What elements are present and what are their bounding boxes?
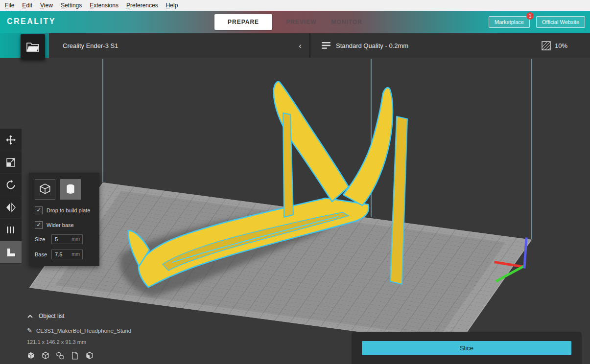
open-file-button[interactable] [21, 34, 45, 60]
cylinder-icon [64, 183, 77, 196]
support-shape-cube[interactable] [35, 179, 55, 200]
model-right-blade [343, 88, 393, 205]
tool-mirror[interactable] [0, 196, 22, 219]
menu-file[interactable]: File [1, 1, 18, 10]
support-shape-options [35, 179, 94, 200]
size-input[interactable] [51, 234, 83, 244]
viewport-3d[interactable]: ✓ Drop to build plate ✓ Wider base Size … [0, 58, 590, 364]
collapse-chevron-icon[interactable]: ‹ [299, 42, 302, 50]
tool-rotate[interactable] [0, 174, 22, 196]
wider-base-checkbox[interactable]: ✓ [35, 221, 43, 229]
object-list-toggle[interactable]: Object list [27, 313, 131, 319]
axis-z [524, 239, 526, 267]
drop-to-build-plate-label: Drop to build plate [47, 207, 90, 213]
stage-tabs: PREPARE PREVIEW MONITOR [214, 11, 363, 33]
model-right-leg [390, 116, 407, 284]
size-label: Size [35, 236, 48, 242]
slice-panel: Slice [352, 332, 582, 364]
cube-outline-icon[interactable] [42, 352, 49, 360]
wider-base-label: Wider base [47, 222, 74, 228]
menu-preferences[interactable]: Preferences [122, 1, 162, 10]
mirror-icon [5, 202, 16, 213]
custom-supports-icon [5, 247, 16, 258]
menu-extensions[interactable]: Extensions [86, 1, 122, 10]
cube-solid-icon[interactable] [27, 352, 35, 360]
tool-custom-supports[interactable] [0, 241, 22, 264]
printer-name: Creality Ender-3 S1 [63, 42, 299, 49]
menu-view[interactable]: View [36, 1, 57, 10]
infill-icon [542, 41, 551, 50]
support-shape-cylinder[interactable] [60, 179, 81, 200]
axis-y [497, 267, 523, 281]
menu-settings[interactable]: Settings [57, 1, 86, 10]
axis-indicator [496, 239, 526, 281]
notification-badge: 1 [526, 12, 534, 20]
quality-profile-icon [321, 42, 331, 49]
model-name: CE3S1_MakerBot_Headphone_Stand [36, 328, 131, 334]
object-list: Object list ✎ CE3S1_MakerBot_Headphone_S… [27, 313, 131, 360]
scale-icon [5, 157, 16, 168]
object-list-label: Object list [39, 313, 65, 319]
tool-toolbar [0, 129, 22, 264]
print-settings-selector[interactable]: Standard Quality - 0.2mm 10% [310, 33, 590, 58]
cube-face-icon[interactable] [86, 352, 94, 360]
custom-supports-panel: ✓ Drop to build plate ✓ Wider base Size … [29, 173, 99, 266]
creality-slicer-window: File Edit View Settings Extensions Prefe… [0, 0, 590, 364]
menu-edit[interactable]: Edit [18, 1, 36, 10]
edit-name-icon[interactable]: ✎ [27, 327, 32, 334]
rotate-icon [5, 180, 16, 190]
tab-prepare[interactable]: PREPARE [214, 14, 272, 30]
app-header: CREALITY PREPARE PREVIEW MONITOR Marketp… [0, 11, 590, 33]
slice-button[interactable]: Slice [362, 341, 571, 355]
base-label: Base [35, 251, 48, 257]
per-model-settings-icon [5, 225, 16, 235]
chevron-up-icon [27, 314, 33, 318]
infill-indicator[interactable]: 10% [542, 41, 567, 50]
header-actions: Marketplace 1 Official Website [489, 11, 585, 33]
move-icon [5, 135, 16, 145]
creality-logo: CREALITY [7, 17, 56, 26]
menu-bar: File Edit View Settings Extensions Prefe… [0, 0, 590, 11]
marketplace-button[interactable]: Marketplace [489, 16, 530, 28]
printer-selector[interactable]: Creality Ender-3 S1 ‹ [49, 33, 309, 58]
model-base-arm [139, 198, 369, 287]
model-headphone-stand[interactable] [128, 82, 407, 287]
model-dimensions: 121.1 x 146.2 x 91.3 mm [27, 339, 131, 345]
view-mode-icons [27, 352, 131, 360]
tab-monitor[interactable]: MONITOR [330, 17, 363, 27]
tab-preview[interactable]: PREVIEW [285, 17, 317, 27]
folder-icon [26, 42, 39, 52]
cube-icon [39, 183, 51, 196]
cube-pair-icon[interactable] [56, 352, 64, 360]
base-input[interactable] [51, 250, 83, 259]
tool-move[interactable] [0, 129, 22, 151]
menu-help[interactable]: Help [162, 1, 182, 10]
infill-value: 10% [555, 42, 567, 49]
object-list-item[interactable]: ✎ CE3S1_MakerBot_Headphone_Stand [27, 327, 131, 334]
drop-to-build-plate-checkbox[interactable]: ✓ [35, 206, 43, 214]
profile-name: Standard Quality - 0.2mm [336, 42, 542, 49]
axis-x [496, 262, 523, 267]
official-website-button[interactable]: Official Website [536, 16, 585, 28]
sheet-icon[interactable] [71, 352, 79, 360]
tool-per-model-settings[interactable] [0, 219, 22, 241]
configuration-bar: Creality Ender-3 S1 ‹ Standard Quality -… [0, 33, 590, 58]
tool-scale[interactable] [0, 151, 22, 174]
